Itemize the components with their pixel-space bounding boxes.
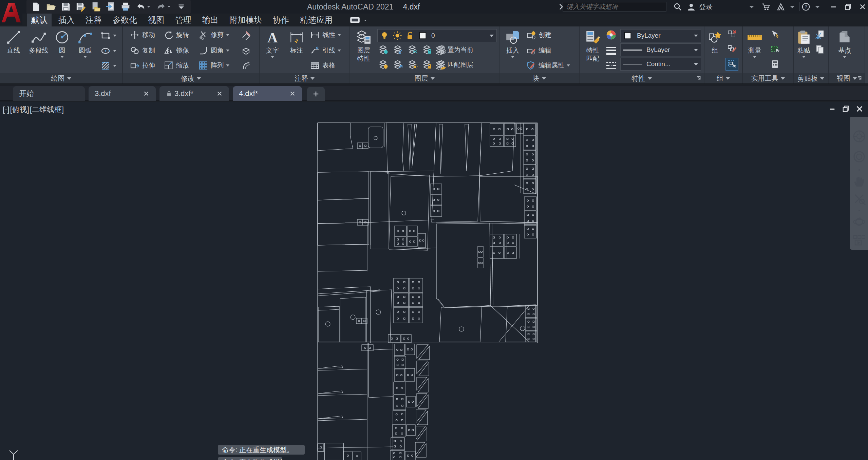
file-tab-3-close[interactable] xyxy=(289,90,296,97)
window-close-button[interactable] xyxy=(856,0,868,14)
modify-scale-button[interactable]: 缩放 xyxy=(164,60,189,71)
marquee-select-button[interactable] xyxy=(770,44,780,54)
ribbon-tab-4[interactable]: 参数化 xyxy=(109,14,141,26)
draw-line-button[interactable]: 直线 xyxy=(1,29,26,55)
nav-wheel-icon[interactable] xyxy=(852,129,867,144)
modify-move-button[interactable]: 移动 xyxy=(130,30,155,40)
qat-save-as-button[interactable] xyxy=(74,1,88,13)
panel-utilities-label[interactable]: 实用工具 xyxy=(743,73,793,83)
file-tab-3[interactable]: 4.dxf* xyxy=(233,86,302,101)
paste-button[interactable]: 粘贴 xyxy=(794,29,814,58)
file-tab-2[interactable]: 3.dxf* xyxy=(159,86,229,101)
lineweight-icon-button[interactable] xyxy=(605,45,617,56)
group-selection-toggle[interactable] xyxy=(725,58,738,71)
nav-orbit-icon[interactable] xyxy=(852,215,866,229)
file-tab-1[interactable]: 3.dxf xyxy=(89,86,156,101)
panel-properties-label[interactable]: 特性 xyxy=(580,73,704,83)
match-properties-button[interactable]: 特性 匹配 xyxy=(580,29,605,63)
layer-unlock-button[interactable] xyxy=(422,60,433,70)
viewport-style-button[interactable]: [二维线框] xyxy=(30,105,64,114)
linetype-icon-button[interactable] xyxy=(605,60,617,71)
layer-freeze-button[interactable] xyxy=(408,45,418,55)
qat-open-folder-button[interactable] xyxy=(44,1,58,13)
modify-rotate-button[interactable]: 旋转 xyxy=(164,30,189,40)
modify-mirror-button[interactable]: 镜像 xyxy=(164,45,189,56)
ribbon-tab-7[interactable]: 输出 xyxy=(198,14,223,26)
app-store-cart-icon[interactable] xyxy=(759,1,772,13)
signin-label[interactable]: 登录 xyxy=(699,2,713,12)
panel-group-label[interactable]: 组 xyxy=(704,73,742,83)
draw-hatch-button[interactable] xyxy=(100,61,116,71)
annotate-leader-button[interactable]: 引线 xyxy=(310,45,341,56)
annotate-linear-button[interactable]: 线性 xyxy=(310,30,341,40)
panel-layers-label[interactable]: 图层 xyxy=(350,73,499,83)
object-color-wheel-button[interactable] xyxy=(605,29,617,41)
layer-isolate-button[interactable] xyxy=(393,45,403,55)
linetype-combobox[interactable]: Contin... xyxy=(620,58,701,71)
group-edit-button[interactable] xyxy=(727,43,737,54)
lineweight-combobox[interactable]: ByLayer xyxy=(620,43,701,56)
nav-zoom-icon[interactable] xyxy=(852,192,866,206)
draw-rectangle-button[interactable] xyxy=(100,31,116,41)
viewport-restore-button[interactable] xyxy=(842,105,850,114)
file-tab-2-close[interactable] xyxy=(216,90,223,97)
ungroup-button[interactable] xyxy=(727,29,737,39)
basepoint-button[interactable]: 基点 xyxy=(833,29,856,58)
ribbon-tab-5[interactable]: 视图 xyxy=(144,14,168,26)
layer-set-current-button[interactable]: 置为当前 xyxy=(435,45,473,55)
qat-save-web-button[interactable] xyxy=(104,1,117,13)
block-edit-button[interactable]: 编辑 xyxy=(526,45,551,56)
panel-view-launcher-icon[interactable] xyxy=(856,75,863,81)
panel-annotate-label[interactable]: 注释 xyxy=(260,73,350,83)
ribbon-tab-1[interactable]: 默认 xyxy=(27,14,52,26)
window-minimize-button[interactable] xyxy=(827,0,840,14)
command-line-message-2[interactable]: 命令: 正在重生成模型。 xyxy=(218,457,282,460)
ribbon-tab-3[interactable]: 注释 xyxy=(81,14,106,26)
qat-qat-dropdown-button[interactable] xyxy=(174,1,188,13)
search-input[interactable] xyxy=(563,2,666,12)
viewport-controls-button[interactable]: [-] xyxy=(3,105,10,114)
ribbon-tab-2[interactable]: 插入 xyxy=(54,14,79,26)
panel-draw-label[interactable]: 绘图 xyxy=(0,73,122,83)
nav-ring-icon[interactable] xyxy=(852,149,867,164)
modify-offset-button[interactable] xyxy=(241,60,251,71)
modify-stretch-button[interactable]: 拉伸 xyxy=(130,60,155,71)
command-line-message[interactable]: 命令: 正在重生成模型。 xyxy=(218,445,305,455)
autodesk-caret-icon[interactable] xyxy=(786,1,799,13)
panel-properties-launcher-icon[interactable] xyxy=(696,75,702,81)
layer-lock-button[interactable] xyxy=(422,45,433,55)
qat-undo-button[interactable] xyxy=(134,1,153,13)
layer-unisolate-button[interactable] xyxy=(393,60,403,70)
nav-pan-hand-icon[interactable] xyxy=(852,174,866,188)
qat-print-button[interactable] xyxy=(119,1,132,13)
object-color-combobox[interactable]: ByLayer xyxy=(620,29,701,42)
panel-view-label[interactable]: 视图 xyxy=(829,73,865,83)
block-create-button[interactable]: 创建 xyxy=(526,30,551,40)
measure-button[interactable]: 测量 xyxy=(743,29,766,58)
block-edit-attr-button[interactable]: 编辑属性 xyxy=(526,60,570,71)
ribbon-tab-6[interactable]: 管理 xyxy=(171,14,195,26)
file-tab-1-close[interactable] xyxy=(143,90,150,97)
qat-new-file-button[interactable] xyxy=(29,1,43,13)
ribbon-tab-9[interactable]: 协作 xyxy=(269,14,293,26)
autocad-logo[interactable] xyxy=(0,0,22,25)
modify-copy-button[interactable]: 复制 xyxy=(130,45,155,56)
autodesk-app-icon[interactable] xyxy=(774,1,787,13)
annotate-text-button[interactable]: A文字 xyxy=(262,29,283,58)
layers-properties-button[interactable]: 图层 特性 xyxy=(351,29,377,63)
window-restore-button[interactable] xyxy=(841,0,855,14)
group-button[interactable]: 组 xyxy=(704,29,725,55)
ribbon-display-toggle[interactable] xyxy=(349,14,367,26)
ribbon-tab-10[interactable]: 精选应用 xyxy=(296,14,337,26)
modify-array-button[interactable]: 阵列 xyxy=(198,60,229,71)
new-file-tab-button[interactable] xyxy=(307,87,325,101)
layer-select-combobox[interactable]: 0 xyxy=(377,29,497,42)
qat-redo-button[interactable] xyxy=(154,1,173,13)
nav-more-icon[interactable] xyxy=(852,233,867,248)
help-icon[interactable]: ? xyxy=(799,1,812,13)
annotate-table-button[interactable]: 表格 xyxy=(310,60,335,71)
help-caret-icon[interactable] xyxy=(811,1,824,13)
ribbon-tab-8[interactable]: 附加模块 xyxy=(225,14,266,26)
quick-calc-button[interactable] xyxy=(770,59,780,69)
layer-thaw-all-button[interactable] xyxy=(408,60,418,70)
